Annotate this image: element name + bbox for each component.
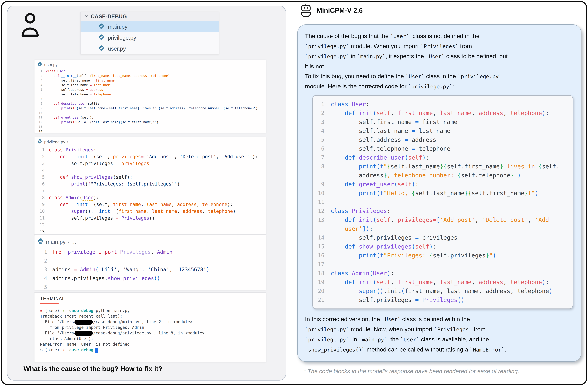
code-line: 10 print(f"Hello, {self.last_name}{self.… [313, 189, 569, 197]
code-line: `show_privileges()` method can be called… [305, 344, 574, 355]
line-number: 5 [35, 87, 46, 92]
breadcrumb-ellipsis: … [63, 62, 67, 67]
code-user-py: 1class User:2 def __init__(self, first_n… [35, 69, 266, 133]
code-line: 4 [35, 167, 266, 174]
code-line: 3 self.privileges = privileges [35, 160, 266, 167]
code-line: 5 def show_privileges(self): [35, 174, 266, 180]
line-number: 2 [35, 257, 52, 265]
line-number: 12 [35, 120, 46, 125]
code-line: 13 [35, 125, 266, 129]
code-line: from privilege import Privileges, Admin [40, 325, 266, 330]
line-number: 4 [35, 167, 49, 174]
code-line: 9 def __init__(self, first_name, last_na… [35, 201, 266, 208]
file-item-user.py[interactable]: user.py [81, 43, 219, 54]
code-line: 1class Privileges: [35, 146, 266, 153]
response-paragraph-1: The cause of the bug is that the `User` … [305, 31, 574, 91]
code-line: The cause of the bug is that the `User` … [305, 31, 574, 41]
line-number: 11 [313, 197, 331, 206]
code-line: 17 [313, 260, 569, 269]
code-line: address}, telephone number: {self.teleph… [313, 171, 569, 180]
line-number: 13 [35, 228, 49, 235]
line-number: 11 [35, 115, 46, 120]
line-number: 4 [35, 274, 52, 283]
terminal-output: ⊗ (base) → case-debug python main.pyTrac… [40, 308, 266, 353]
code-line: 5 self.address = address [35, 87, 266, 92]
code-line: 3 self.first_name = first_name [313, 117, 569, 126]
line-number: 18 [313, 269, 331, 278]
code-line: 14 [35, 129, 266, 133]
line-number: 8 [313, 162, 331, 171]
line-number: 14 [35, 129, 46, 133]
code-line: 10 super().__init__(first_name, last_nam… [35, 208, 266, 215]
code-line: 16 print(f"Privileges: {self.privileges}… [313, 251, 569, 260]
line-number: 1 [35, 69, 46, 73]
editor-privilege-py: privilege.py › … 1class Privileges:2 def… [34, 137, 266, 235]
python-icon [37, 139, 42, 145]
code-line: 2 def __init__(self, first_name, last_na… [35, 73, 266, 78]
terminal-tab-label[interactable]: TERMINAL [40, 296, 266, 301]
code-line: module. Here is the corrected code for `… [305, 81, 574, 91]
chevron-down-icon[interactable] [84, 13, 89, 20]
line-number [313, 224, 331, 233]
line-number: 3 [35, 160, 49, 167]
line-number: 15 [313, 242, 331, 251]
code-line: `privilege.py` module. Now, when you imp… [305, 324, 574, 334]
file-item-main.py[interactable]: main.py [81, 21, 219, 32]
terminal-tab-underline [40, 303, 59, 304]
question-text: What is the cause of the bug? How to fix… [23, 365, 162, 373]
file-name: privilege.py [108, 34, 136, 41]
code-line: `privilege.py` in `main.py`, it expects … [305, 51, 574, 62]
code-line: 5 [35, 283, 266, 290]
code-line: ⊗ (base) → case-debug python main.py [40, 308, 266, 314]
code-line: 8class Admin(User): [35, 194, 266, 201]
folder-header[interactable]: CASE-DEBUG [81, 12, 219, 21]
file-list: main.pyprivilege.pyuser.py [81, 21, 219, 54]
code-line: 4 self.last_name = last_name [35, 83, 266, 87]
code-line: 6 self.telephone = telephone [313, 144, 569, 153]
line-number: 2 [35, 153, 49, 160]
code-line: 13 [35, 228, 266, 235]
terminal-panel: TERMINAL ⊗ (base) → case-debug python ma… [34, 292, 266, 362]
line-number: 8 [35, 101, 46, 106]
python-icon [37, 238, 44, 246]
code-line: 19 def init(self, first_name, last_name,… [313, 278, 569, 287]
line-number: 10 [313, 189, 331, 197]
line-number: 20 [313, 287, 331, 296]
code-line: ○ (base) → case-debug [40, 347, 266, 353]
user-person-icon [20, 12, 40, 40]
breadcrumb: privilege.py › … [35, 137, 266, 145]
file-name: user.py [108, 45, 126, 52]
line-number: 1 [35, 146, 49, 153]
line-number: 7 [313, 153, 331, 162]
line-number [313, 171, 331, 180]
breadcrumb-ellipsis: … [70, 140, 74, 144]
breadcrumb-chevron: › [67, 239, 69, 245]
line-number: 6 [35, 180, 49, 187]
code-line: 12 [35, 221, 266, 228]
line-number: 4 [313, 126, 331, 135]
rendered-code-block: 1class User:2 def init(self, first_name,… [312, 95, 573, 309]
line-number: 16 [313, 251, 331, 260]
breadcrumb-file: privilege.py [44, 140, 65, 144]
code-line: In this corrected version, the `User` cl… [305, 314, 574, 324]
code-line: 4 self.last_name = last_name [313, 126, 569, 135]
model-header: MiniCPM-V 2.6 [299, 3, 363, 18]
code-line: 7 [35, 187, 266, 194]
line-number: 17 [313, 260, 331, 269]
line-number: 7 [35, 97, 46, 101]
code-line: 14 self.privileges = privileges [313, 233, 569, 242]
folder-name: CASE-DEBUG [91, 13, 127, 20]
code-line: 12 print(f"Hello, {self.last_name}{self.… [35, 120, 266, 125]
line-number: 5 [313, 135, 331, 144]
file-explorer: CASE-DEBUG main.pyprivilege.pyuser.py [80, 12, 219, 54]
line-number: 9 [313, 180, 331, 189]
code-line: 1class User: [313, 100, 569, 108]
code-line: 18class Admin(User): [313, 269, 569, 278]
redaction-box [74, 320, 93, 324]
line-number: 14 [313, 233, 331, 242]
code-line: `privilege.py` module. When you import `… [305, 41, 574, 51]
code-line: Traceback (most recent call last): [40, 314, 266, 319]
file-item-privilege.py[interactable]: privilege.py [81, 32, 219, 43]
code-line: 9 def greet_user(self): [313, 180, 569, 189]
line-number: 12 [35, 221, 49, 228]
